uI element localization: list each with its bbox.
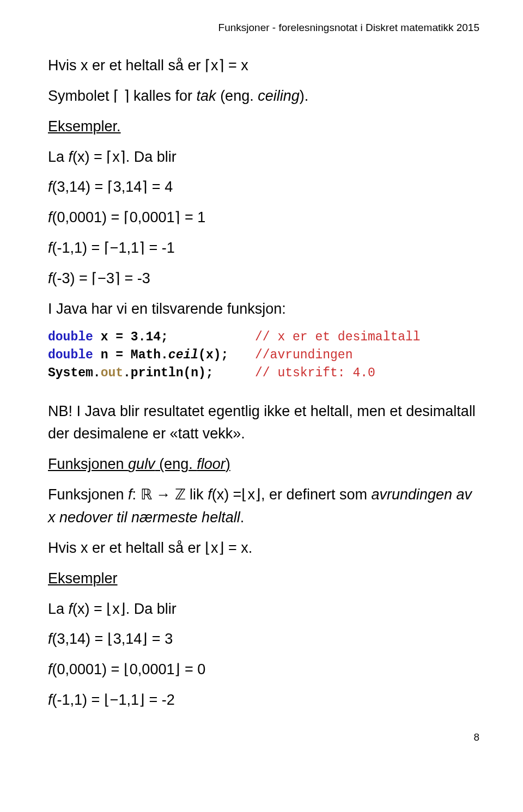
text-java-intro: I Java har vi en tilsvarende funksjon: (48, 298, 479, 321)
t6a: f (48, 209, 52, 225)
code-row-3: System.out.println(n); // utskrift: 4.0 (48, 364, 479, 382)
heading-examples-floor: Eksempler (48, 567, 479, 590)
t17b: (0,0001) = ⌊0,0001⌋ = 0 (52, 661, 206, 677)
t5a: f (48, 179, 52, 195)
t8b: (-3) = ⌈−3⌉ = -3 (52, 270, 150, 286)
floor-ex1: f(3,14) = ⌊3,14⌋ = 3 (48, 628, 479, 651)
ceil-ex2: f(0,0001) = ⌈0,0001⌉ = 1 (48, 206, 479, 229)
page-header: Funksjoner - forelesningsnotat i Diskret… (48, 22, 479, 34)
t15a: La (48, 601, 69, 617)
code-r3-comment: // utskrift: 4.0 (255, 364, 375, 382)
code-r3-b: .println(n); (123, 366, 214, 380)
t2d: ceiling (258, 88, 300, 104)
text-let-fx-floor: La f(x) = ⌊x⌋. Da blir (48, 598, 479, 621)
t7b: (-1,1) = ⌈−1,1⌉ = -1 (52, 240, 175, 256)
code-r2-rest1: n = Math. (93, 348, 168, 362)
floor-ex3: f(-1,1) = ⌊−1,1⌋ = -2 (48, 689, 479, 712)
ceil-ex1: f(3,14) = ⌈3,14⌉ = 4 (48, 176, 479, 199)
code-r3-out: out (101, 366, 123, 380)
ceil-ex4: f(-3) = ⌈−3⌉ = -3 (48, 267, 479, 290)
text-floor-def: Funksjonen f: ℝ → ℤ lik f(x) =⌊x⌋, er de… (48, 484, 479, 529)
t15c: (x) = ⌊x⌋. Da blir (72, 601, 177, 617)
kw-double-2: double (48, 348, 93, 362)
t17a: f (48, 661, 52, 677)
t11d: floor (197, 456, 226, 472)
t18b: (-1,1) = ⌊−1,1⌋ = -2 (52, 692, 175, 708)
code-r1-comment: // x er et desimaltall (255, 328, 421, 346)
t12a: Funksjonen (48, 486, 128, 503)
t12b: f (128, 486, 132, 503)
code-row-1: double x = 3.14; // x er et desimaltall (48, 328, 479, 346)
t8a: f (48, 270, 52, 286)
t2c: (eng. (216, 88, 258, 104)
text-nb-note: NB! I Java blir resultatet egentlig ikke… (48, 400, 479, 446)
text-let-fx-ceil: La f(x) = ⌈x⌉. Da blir (48, 146, 479, 169)
t11b: gulv (128, 456, 155, 472)
heading-examples-ceil: Eksempler. (48, 115, 479, 138)
code-r2-method: ceil (168, 348, 198, 362)
t7a: f (48, 240, 52, 256)
t16a: f (48, 631, 52, 647)
t11c: (eng. (155, 456, 197, 472)
t4a: La (48, 149, 69, 165)
t16b: (3,14) = ⌊3,14⌋ = 3 (52, 631, 173, 647)
text-floor-identity: Hvis x er et heltall så er ⌊x⌋ = x. (48, 537, 479, 560)
kw-double-1: double (48, 330, 93, 344)
heading-floor-func: Funksjonen gulv (eng. floor) (48, 453, 479, 476)
t18a: f (48, 692, 52, 708)
t11e: ) (226, 456, 230, 472)
code-r2-rest2: (x); (198, 348, 228, 362)
code-block: double x = 3.14; // x er et desimaltall … (48, 328, 479, 383)
code-r2-comment: //avrundingen (255, 346, 352, 364)
t12c: : ℝ → ℤ lik (132, 486, 208, 503)
text-ceiling-identity: Hvis x er et heltall så er ⌈x⌉ = x (48, 54, 479, 77)
page-number: 8 (48, 731, 479, 743)
floor-ex2: f(0,0001) = ⌊0,0001⌋ = 0 (48, 658, 479, 681)
t6b: (0,0001) = ⌈0,0001⌉ = 1 (52, 209, 206, 225)
t2e: ). (300, 88, 309, 104)
text-ceiling-symbol: Symbolet ⌈ ⌉ kalles for tak (eng. ceilin… (48, 85, 479, 108)
code-r3-a: System. (48, 366, 101, 380)
t5b: (3,14) = ⌈3,14⌉ = 4 (52, 179, 173, 195)
code-row-2: double n = Math.ceil(x); //avrundingen (48, 346, 479, 364)
t2b: tak (197, 88, 216, 104)
t2a: Symbolet ⌈ ⌉ kalles for (48, 88, 197, 104)
t12d: f (208, 486, 212, 503)
t12g: . (240, 509, 245, 526)
code-r1-rest: x = 3.14; (93, 330, 168, 344)
t4c: (x) = ⌈x⌉. Da blir (72, 149, 177, 165)
ceil-ex3: f(-1,1) = ⌈−1,1⌉ = -1 (48, 237, 479, 260)
t12e: (x) =⌊x⌋, er definert som (212, 486, 372, 503)
t11a: Funksjonen (48, 456, 128, 472)
t4b: f (69, 149, 73, 165)
t15b: f (69, 601, 73, 617)
